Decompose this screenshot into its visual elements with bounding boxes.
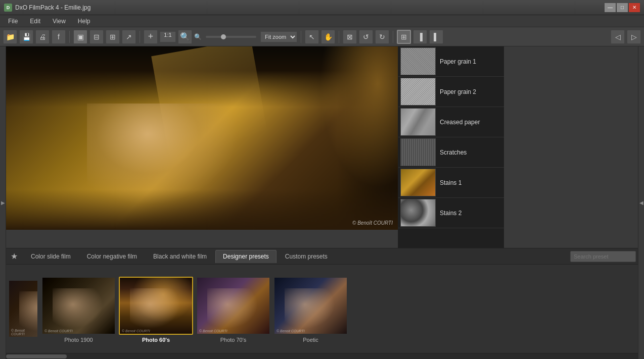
- presets-scroll-area[interactable]: © Benoit COURTI © Benoit COURTI Photo 19…: [6, 265, 638, 353]
- zoom-slider-thumb[interactable]: [221, 34, 226, 39]
- close-button[interactable]: ✕: [629, 3, 640, 12]
- preset-figure-1900: [53, 288, 103, 329]
- menu-help[interactable]: Help: [72, 17, 97, 26]
- pan-tool-button[interactable]: ✋: [321, 30, 335, 44]
- menu-view[interactable]: View: [47, 17, 72, 26]
- expand-left-button[interactable]: ◁: [611, 30, 625, 44]
- texture-label-paper-grain-1: Paper grain 1: [440, 58, 476, 65]
- toolbar-sep-5: [393, 31, 393, 43]
- rotate-left-button[interactable]: ↺: [359, 30, 373, 44]
- preset-label-60s: Photo 60's: [142, 337, 170, 343]
- texture-item-paper-grain-2[interactable]: Paper grain 2: [398, 77, 504, 107]
- preset-label-70s: Photo 70's: [220, 337, 247, 343]
- preset-figure-70s: [207, 288, 258, 329]
- texture-item-scratches[interactable]: Scratches: [398, 137, 504, 168]
- tab-color-negative[interactable]: Color negative film: [79, 250, 145, 263]
- print-button[interactable]: 🖨: [35, 30, 50, 44]
- zoom-icon: 🔍: [194, 33, 202, 40]
- texture-item-creased-paper[interactable]: Creased paper: [398, 107, 504, 137]
- image-watermark: © Benoît COURTI: [352, 220, 393, 226]
- preset-item-60s[interactable]: © Benoit COURTI Photo 60's: [119, 277, 193, 343]
- texture-thumb-paper-grain-2: [400, 78, 436, 106]
- left-panel-arrow-icon: ▶: [1, 200, 5, 206]
- texture-label-paper-grain-2: Paper grain 2: [440, 88, 476, 95]
- preset-thumb-70s: © Benoit COURTI: [196, 277, 270, 335]
- preset-thumb-1900: © Benoit COURTI: [41, 277, 116, 335]
- panel-half-button[interactable]: ▐: [413, 30, 427, 44]
- add-button[interactable]: +: [144, 30, 158, 44]
- texture-thumb-creased: [400, 108, 436, 136]
- texture-label-stains-1: Stains 1: [440, 179, 462, 186]
- facebook-button[interactable]: f: [52, 30, 66, 44]
- zoom-slider[interactable]: [206, 36, 256, 38]
- zoom-out-button[interactable]: 🔍: [178, 30, 192, 44]
- export-button[interactable]: ↗: [122, 30, 136, 44]
- preset-item-poetic[interactable]: © Benoit COURTI Poetic: [273, 277, 348, 343]
- texture-thumb-stains-1: [400, 169, 436, 196]
- tabs-row: ★ Color slide film Color negative film B…: [6, 248, 638, 265]
- compare-dual-button[interactable]: ⊞: [106, 30, 120, 44]
- texture-item-stains-1[interactable]: Stains 1: [398, 168, 504, 198]
- texture-item-stains-2[interactable]: Stains 2: [398, 198, 504, 228]
- tab-custom[interactable]: Custom presets: [278, 250, 335, 263]
- panel-right-button[interactable]: ▌: [429, 30, 443, 44]
- preset-watermark-poetic: © Benoit COURTI: [277, 329, 305, 333]
- right-panel-toggle[interactable]: ◀: [638, 46, 644, 359]
- crop-button[interactable]: ⊠: [343, 30, 357, 44]
- open-folder-button[interactable]: 📁: [3, 30, 17, 44]
- horizontal-scrollbar[interactable]: [6, 353, 638, 359]
- main-image: © Benoît COURTI: [6, 46, 398, 230]
- preset-watermark-1900: © Benoit COURTI: [44, 329, 73, 333]
- texture-thumb-paper-grain-1: [400, 47, 436, 75]
- texture-item-paper-grain-1[interactable]: Paper grain 1: [398, 46, 504, 77]
- save-button[interactable]: 💾: [19, 30, 33, 44]
- checker-button[interactable]: ⊞: [397, 30, 411, 44]
- preset-watermark-partial: © Benoit COURTI: [11, 329, 37, 336]
- single-view-button[interactable]: ▣: [73, 30, 87, 44]
- toolbar: 📁 💾 🖨 f ▣ ⊟ ⊞ ↗ + 1:1 🔍 🔍 Fit zoom 100% …: [0, 27, 644, 46]
- title-text: DxO FilmPack 4 - Emilie.jpg: [15, 4, 602, 11]
- zoom-input[interactable]: 1:1: [160, 31, 176, 42]
- left-panel-toggle[interactable]: ▶: [0, 46, 6, 359]
- preset-item-1900[interactable]: © Benoit COURTI Photo 1900: [41, 277, 116, 343]
- search-preset-input[interactable]: [570, 251, 636, 262]
- preset-thumb-60s: © Benoit COURTI: [119, 277, 193, 335]
- preset-label-poetic: Poetic: [303, 337, 318, 343]
- photo-person: [87, 104, 239, 204]
- image-row: © Benoît COURTI Paper grain 1 Paper grai…: [6, 46, 638, 248]
- toolbar-sep-1: [69, 31, 70, 43]
- favorites-star[interactable]: ★: [8, 250, 20, 263]
- tab-black-white[interactable]: Black and white film: [146, 250, 214, 263]
- texture-label-stains-2: Stains 2: [440, 210, 462, 217]
- preset-watermark-70s: © Benoit COURTI: [199, 329, 227, 333]
- expand-right-button[interactable]: ▷: [627, 30, 641, 44]
- compare-split-button[interactable]: ⊟: [89, 30, 104, 44]
- menu-edit[interactable]: Edit: [24, 17, 47, 26]
- title-bar: D DxO FilmPack 4 - Emilie.jpg — □ ✕: [0, 0, 644, 15]
- texture-thumb-stains-2: [400, 199, 436, 227]
- texture-thumb-scratches: [400, 138, 436, 166]
- tab-color-slide[interactable]: Color slide film: [23, 250, 78, 263]
- toolbar-sep-3: [301, 31, 301, 43]
- preset-figure-partial: [19, 291, 38, 332]
- window-controls: — □ ✕: [605, 3, 640, 12]
- tab-designer[interactable]: Designer presets: [215, 250, 277, 263]
- minimize-button[interactable]: —: [605, 3, 616, 12]
- app-icon-text: D: [7, 5, 10, 10]
- right-panel-arrow-icon: ◀: [639, 200, 643, 206]
- fit-zoom-dropdown[interactable]: Fit zoom 100% 50% 200%: [260, 31, 297, 42]
- preset-label-1900: Photo 1900: [64, 337, 93, 343]
- preset-item-70s[interactable]: © Benoit COURTI Photo 70's: [196, 277, 270, 343]
- cursor-tool-button[interactable]: ↖: [305, 30, 319, 44]
- texture-label-creased: Creased paper: [440, 119, 480, 126]
- toolbar-sep-4: [339, 31, 339, 43]
- menu-file[interactable]: File: [2, 17, 24, 26]
- toolbar-sep-2: [140, 31, 140, 43]
- maximize-button[interactable]: □: [617, 3, 628, 12]
- preset-item-partial[interactable]: © Benoit COURTI: [8, 280, 38, 340]
- texture-panel: Paper grain 1 Paper grain 2 Creased pape…: [398, 46, 504, 248]
- preset-figure-poetic: [285, 288, 335, 329]
- preset-figure-60s: [130, 288, 180, 329]
- rotate-right-button[interactable]: ↻: [375, 30, 389, 44]
- center-area: © Benoît COURTI Paper grain 1 Paper grai…: [6, 46, 638, 359]
